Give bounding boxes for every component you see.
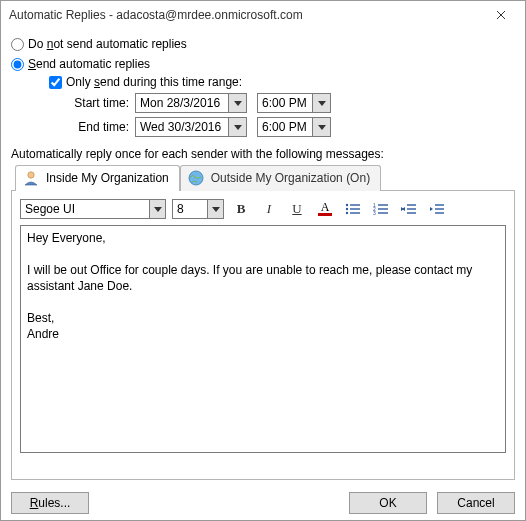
tabs: Inside My Organization Outside My Organi…: [15, 165, 515, 191]
cancel-button[interactable]: Cancel: [437, 492, 515, 514]
radio-group: Do not send automatic replies Send autom…: [11, 35, 515, 73]
radio-dont-send-input[interactable]: [11, 38, 24, 51]
svg-text:3: 3: [373, 210, 376, 216]
svg-marker-17: [401, 207, 404, 211]
tab-inside-org[interactable]: Inside My Organization: [15, 165, 180, 191]
start-label: Start time:: [49, 96, 135, 110]
only-send-checkbox[interactable]: [49, 76, 62, 89]
chevron-down-icon: [318, 101, 326, 106]
font-name-combo[interactable]: [20, 199, 166, 219]
end-label: End time:: [49, 120, 135, 134]
only-send-row: Only send during this time range:: [49, 75, 515, 89]
tab-inside-label: Inside My Organization: [46, 171, 169, 185]
editor-line: Best,: [27, 310, 499, 326]
end-date-dropdown-button[interactable]: [228, 118, 246, 136]
title-text: Automatic Replies - adacosta@mrdee.onmic…: [9, 8, 303, 22]
radio-dont-send-label: Do not send automatic replies: [28, 35, 187, 53]
tab-outside-label: Outside My Organization (On): [211, 171, 370, 185]
tab-panel: B I U A 123: [11, 190, 515, 480]
numbered-list-button[interactable]: 123: [370, 199, 392, 219]
indent-button[interactable]: [426, 199, 448, 219]
font-color-button[interactable]: A: [314, 199, 336, 219]
message-editor[interactable]: Hey Everyone, I will be out Office for c…: [20, 225, 506, 453]
ok-button[interactable]: OK: [349, 492, 427, 514]
footer: Rules... OK Cancel: [1, 486, 525, 521]
start-time-dropdown-button[interactable]: [312, 94, 330, 112]
font-name-input[interactable]: [21, 200, 149, 218]
end-date-combo[interactable]: [135, 117, 247, 137]
start-date-combo[interactable]: [135, 93, 247, 113]
font-name-dropdown-button[interactable]: [149, 200, 165, 218]
dialog-window: Automatic Replies - adacosta@mrdee.onmic…: [0, 0, 526, 521]
end-time-combo[interactable]: [257, 117, 331, 137]
format-toolbar: B I U A 123: [20, 199, 506, 219]
end-time-dropdown-button[interactable]: [312, 118, 330, 136]
font-size-combo[interactable]: [172, 199, 224, 219]
radio-dont-send[interactable]: Do not send automatic replies: [11, 35, 515, 53]
font-size-input[interactable]: [173, 200, 207, 218]
globe-icon: [187, 169, 205, 187]
content-area: Do not send automatic replies Send autom…: [1, 29, 525, 486]
start-date-dropdown-button[interactable]: [228, 94, 246, 112]
svg-marker-21: [430, 207, 433, 211]
underline-button[interactable]: U: [286, 199, 308, 219]
chevron-down-icon: [212, 207, 220, 212]
svg-point-5: [346, 208, 348, 210]
svg-point-2: [28, 172, 34, 178]
close-icon: [496, 10, 506, 20]
end-date-input[interactable]: [136, 118, 228, 136]
radio-send-label: Send automatic replies: [28, 55, 150, 73]
svg-point-6: [346, 212, 348, 214]
editor-line: Andre: [27, 326, 499, 342]
italic-button[interactable]: I: [258, 199, 280, 219]
end-time-row: End time:: [49, 117, 515, 137]
rules-button[interactable]: Rules...: [11, 492, 89, 514]
start-time-input[interactable]: [258, 94, 312, 112]
radio-send-input[interactable]: [11, 58, 24, 71]
editor-line: I will be out Office for couple days. If…: [27, 262, 499, 294]
titlebar: Automatic Replies - adacosta@mrdee.onmic…: [1, 1, 525, 29]
end-time-input[interactable]: [258, 118, 312, 136]
start-time-combo[interactable]: [257, 93, 331, 113]
bullet-list-button[interactable]: [342, 199, 364, 219]
bold-button[interactable]: B: [230, 199, 252, 219]
chevron-down-icon: [318, 125, 326, 130]
editor-line: Hey Everyone,: [27, 230, 499, 246]
svg-point-4: [346, 204, 348, 206]
chevron-down-icon: [234, 101, 242, 106]
font-size-dropdown-button[interactable]: [207, 200, 223, 218]
outdent-button[interactable]: [398, 199, 420, 219]
radio-send[interactable]: Send automatic replies: [11, 55, 515, 73]
tab-outside-org[interactable]: Outside My Organization (On): [180, 165, 381, 191]
only-send-label: Only send during this time range:: [66, 75, 242, 89]
user-icon: [22, 169, 40, 187]
chevron-down-icon: [154, 207, 162, 212]
start-time-row: Start time:: [49, 93, 515, 113]
close-button[interactable]: [483, 4, 519, 26]
section-label: Automatically reply once for each sender…: [11, 147, 515, 161]
chevron-down-icon: [234, 125, 242, 130]
start-date-input[interactable]: [136, 94, 228, 112]
font-color-icon: A: [321, 202, 330, 212]
